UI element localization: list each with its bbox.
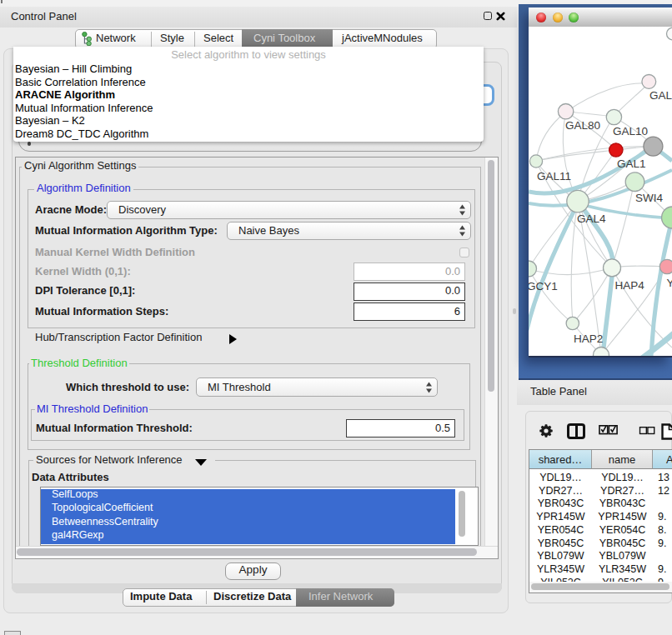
svg-text:GAL80: GAL80 <box>565 119 600 132</box>
svg-text:HAP2: HAP2 <box>574 332 603 345</box>
svg-text:Y: Y <box>667 277 672 289</box>
svg-text:GCY1: GCY1 <box>529 280 558 292</box>
svg-text:GAL7: GAL7 <box>649 89 672 102</box>
svg-text:GAL1: GAL1 <box>617 158 646 170</box>
svg-text:HAP4: HAP4 <box>615 279 645 292</box>
svg-text:SWI4: SWI4 <box>635 192 663 204</box>
svg-text:GAL10: GAL10 <box>613 125 648 138</box>
svg-text:GAL11: GAL11 <box>537 170 571 182</box>
svg-text:GAL4: GAL4 <box>577 212 606 225</box>
